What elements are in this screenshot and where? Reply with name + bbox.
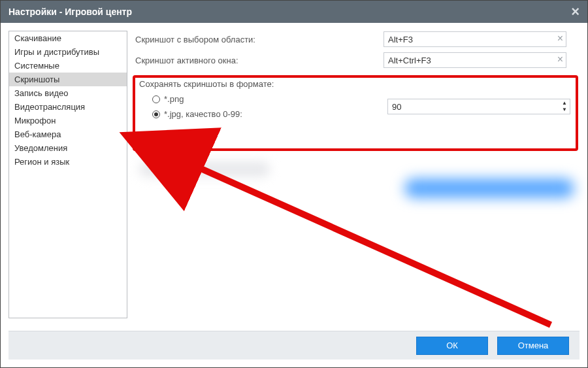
window-body: Скачивание Игры и дистрибутивы Системные… [1, 23, 587, 367]
settings-window: Настройки - Игровой центр × Скачивание И… [0, 0, 588, 368]
dialog-footer: ОК Отмена [8, 331, 580, 360]
chevron-up-icon[interactable]: ▲ [562, 101, 567, 106]
sidebar-item-screenshots[interactable]: Скриншоты [9, 73, 127, 86]
hotkey-area-input[interactable]: Alt+F3 × [384, 31, 566, 47]
spinner-arrows[interactable]: ▲ ▼ [562, 101, 567, 112]
clear-icon[interactable]: × [557, 33, 563, 44]
close-icon[interactable]: × [571, 5, 580, 19]
format-jpg-label: *.jpg, качество 0-99: [164, 109, 242, 119]
sidebar-item-games[interactable]: Игры и дистрибутивы [9, 45, 127, 59]
sidebar-item-video-stream[interactable]: Видеотрансляция [9, 100, 127, 114]
settings-content: Скриншот с выбором области: Alt+F3 × Скр… [135, 31, 580, 331]
hotkey-area-value: Alt+F3 [388, 35, 413, 44]
format-title: Сохранять скриншоты в формате: [139, 79, 577, 89]
sidebar-item-video-record[interactable]: Запись видео [9, 86, 127, 100]
ok-button[interactable]: ОК [416, 337, 488, 355]
hotkey-window-label: Скриншот активного окна: [135, 56, 384, 65]
settings-sidebar: Скачивание Игры и дистрибутивы Системные… [8, 31, 127, 318]
jpg-quality-input[interactable]: 90 ▲ ▼ [387, 99, 570, 114]
hotkey-area-row: Скриншот с выбором области: Alt+F3 × [135, 31, 580, 48]
main-area: Скачивание Игры и дистрибутивы Системные… [8, 31, 580, 331]
sidebar-item-system[interactable]: Системные [9, 59, 127, 73]
jpg-quality-value: 90 [392, 102, 401, 112]
radio-jpg[interactable] [152, 110, 160, 118]
sidebar-item-microphone[interactable]: Микрофон [9, 114, 127, 127]
cancel-button[interactable]: Отмена [497, 337, 569, 355]
blurred-region [135, 158, 574, 210]
hotkey-area-label: Скриншот с выбором области: [135, 35, 384, 44]
window-title: Настройки - Игровой центр [8, 7, 132, 17]
sidebar-item-download[interactable]: Скачивание [9, 31, 127, 45]
chevron-down-icon[interactable]: ▼ [562, 107, 567, 112]
radio-png[interactable] [152, 95, 160, 103]
sidebar-item-notifications[interactable]: Уведомления [9, 141, 127, 155]
format-png-label: *.png [164, 94, 184, 104]
sidebar-item-webcam[interactable]: Веб-камера [9, 127, 127, 141]
sidebar-item-region[interactable]: Регион и язык [9, 155, 127, 169]
titlebar: Настройки - Игровой центр × [1, 1, 587, 23]
hotkey-window-value: Alt+Ctrl+F3 [388, 56, 431, 65]
hotkey-window-input[interactable]: Alt+Ctrl+F3 × [384, 52, 566, 68]
hotkey-window-row: Скриншот активного окна: Alt+Ctrl+F3 × [135, 52, 580, 69]
format-section: Сохранять скриншоты в формате: *.png *.j… [139, 79, 577, 119]
clear-icon[interactable]: × [557, 54, 563, 65]
